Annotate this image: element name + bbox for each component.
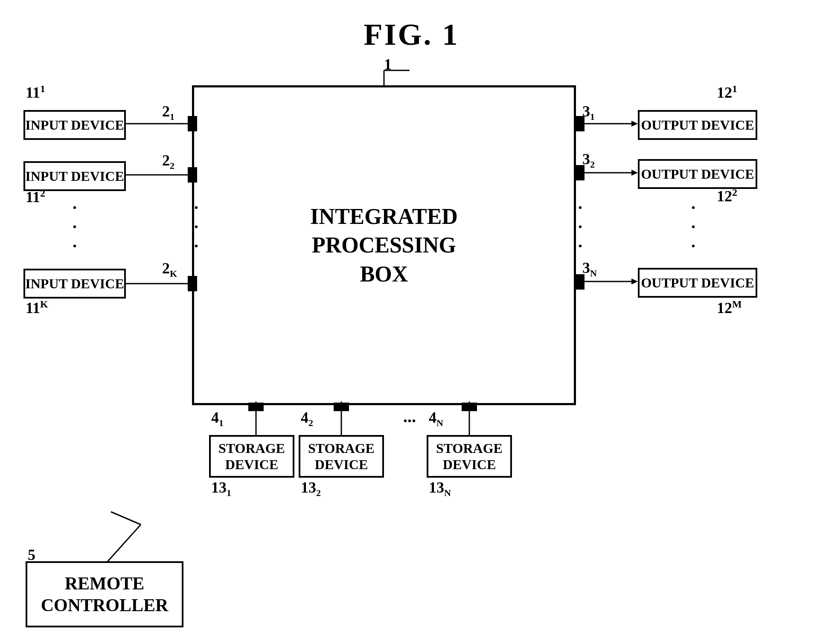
label-storage-port-n: 4N: [429, 409, 443, 429]
label-storage-port-2: 42: [301, 409, 313, 429]
label-remote: 5: [28, 546, 35, 564]
label-input-device-k: 11K: [26, 299, 48, 317]
svg-text:.: .: [73, 213, 77, 232]
svg-text:.: .: [578, 213, 582, 232]
label-port-2-k: 2K: [162, 259, 177, 279]
label-output-device-2: 122: [717, 187, 737, 205]
label-port-3-1: 31: [582, 102, 595, 122]
svg-text:.: .: [578, 194, 582, 213]
label-storage-device-1: 131: [211, 479, 231, 499]
label-input-device-1: 111: [26, 83, 45, 102]
svg-text:.: .: [578, 232, 582, 251]
svg-text:.: .: [73, 232, 77, 251]
label-storage-device-2: 132: [301, 479, 321, 499]
output-device-1: OUTPUT DEVICE: [638, 110, 757, 140]
svg-text:.: .: [691, 194, 695, 213]
storage-device-n: STORAGEDEVICE: [427, 435, 512, 478]
label-input-device-2: 112: [26, 188, 45, 206]
output-device-2: OUTPUT DEVICE: [638, 159, 757, 189]
label-port-3-2: 32: [582, 150, 595, 170]
label-output-device-m: 12M: [717, 299, 742, 317]
svg-line-42: [102, 525, 141, 567]
output-device-m: OUTPUT DEVICE: [638, 268, 757, 298]
integrated-processing-box: INTEGRATED PROCESSING BOX: [192, 85, 576, 405]
svg-text:.: .: [691, 213, 695, 232]
svg-line-43: [111, 512, 141, 525]
svg-marker-11: [631, 170, 638, 176]
remote-controller: REMOTECONTROLLER: [26, 561, 183, 627]
svg-marker-13: [631, 278, 638, 284]
label-port-2-1: 21: [162, 102, 174, 122]
label-port-2-2: 22: [162, 151, 174, 171]
label-main-box-num: 1: [384, 55, 392, 73]
label-storage-port-1: 41: [211, 409, 224, 429]
main-box-label: INTEGRATED PROCESSING BOX: [310, 202, 458, 289]
label-port-3-n: 3N: [582, 259, 597, 279]
diagram: FIG. 1: [0, 0, 823, 644]
label-storage-device-n: 13N: [429, 479, 451, 499]
svg-marker-9: [631, 121, 638, 127]
svg-text:.: .: [691, 232, 695, 251]
storage-device-2: STORAGEDEVICE: [299, 435, 384, 478]
figure-title: FIG. 1: [364, 17, 459, 52]
input-device-k: INPUT DEVICE: [23, 269, 126, 299]
storage-device-1: STORAGEDEVICE: [209, 435, 294, 478]
svg-text:...: ...: [403, 407, 416, 426]
input-device-1: INPUT DEVICE: [23, 110, 126, 140]
label-output-device-1: 121: [717, 83, 737, 102]
input-device-2: INPUT DEVICE: [23, 161, 126, 191]
svg-text:.: .: [73, 194, 77, 213]
